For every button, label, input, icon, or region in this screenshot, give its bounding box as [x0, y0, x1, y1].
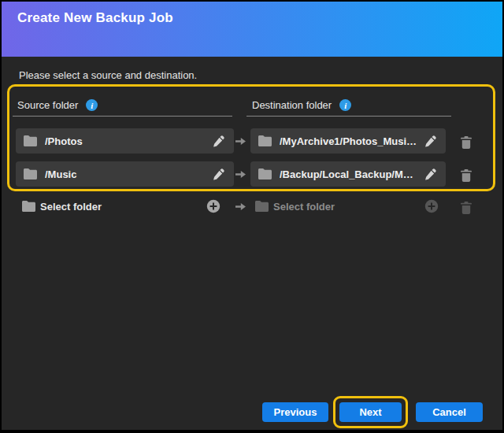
dialog-title: Create New Backup Job — [17, 10, 173, 26]
arrow-right-icon — [235, 137, 246, 146]
source-folder-field[interactable]: /Photos — [16, 128, 234, 154]
trash-icon — [461, 202, 472, 214]
pencil-icon — [213, 135, 224, 147]
source-column-header: Source folder i — [17, 99, 98, 111]
dialog-header: Create New Backup Job — [2, 2, 502, 57]
create-backup-job-dialog: Create New Backup Job Please select a so… — [0, 0, 504, 433]
dialog-background — [2, 2, 502, 430]
source-path-text: /Music — [45, 168, 207, 180]
edit-destination-button[interactable] — [419, 165, 441, 183]
delete-row-button[interactable] — [459, 135, 473, 150]
add-source-folder-button[interactable] — [206, 199, 220, 213]
folder-icon — [22, 201, 35, 212]
folder-icon — [24, 135, 37, 146]
edit-source-button[interactable] — [207, 165, 229, 183]
pencil-icon — [424, 168, 436, 180]
plus-circle-icon — [424, 199, 439, 213]
destination-folder-field[interactable]: /MyArchive1/Photos_Music_... — [250, 128, 446, 154]
pencil-icon — [213, 168, 224, 180]
source-header-divider — [13, 116, 232, 117]
edit-destination-button[interactable] — [419, 131, 441, 150]
delete-row-button[interactable] — [459, 200, 473, 216]
source-folder-field[interactable]: /Music — [16, 161, 234, 187]
arrow-right-icon — [235, 170, 246, 179]
folder-icon — [24, 168, 37, 179]
folder-icon — [258, 168, 272, 179]
select-source-folder-label: Select folder — [40, 201, 102, 213]
destination-path-text: /Backup/Local_Backup/Music — [280, 168, 419, 180]
folder-icon — [258, 135, 272, 146]
trash-icon — [461, 169, 472, 182]
destination-header-divider — [246, 116, 451, 117]
pencil-icon — [424, 135, 436, 147]
select-destination-folder-label: Select folder — [273, 201, 335, 213]
delete-row-button[interactable] — [459, 168, 473, 183]
previous-button[interactable]: Previous — [262, 402, 328, 422]
destination-path-text: /MyArchive1/Photos_Music_... — [280, 135, 419, 147]
edit-source-button[interactable] — [207, 131, 229, 150]
arrow-right-icon — [235, 202, 246, 211]
destination-folder-field[interactable]: /Backup/Local_Backup/Music — [250, 161, 446, 187]
trash-icon — [461, 136, 472, 149]
instruction-text: Please select a source and destination. — [19, 69, 197, 81]
add-destination-folder-button[interactable] — [424, 199, 439, 213]
destination-column-header: Destination folder i — [252, 99, 351, 111]
cancel-button[interactable]: Cancel — [416, 402, 483, 422]
destination-folder-label: Destination folder — [252, 99, 332, 111]
next-button[interactable]: Next — [339, 402, 402, 422]
destination-info-icon[interactable]: i — [339, 99, 351, 111]
plus-circle-icon — [206, 199, 220, 213]
source-folder-label: Source folder — [17, 99, 78, 111]
source-path-text: /Photos — [45, 135, 207, 147]
source-info-icon[interactable]: i — [86, 99, 98, 111]
folder-icon — [255, 201, 269, 212]
